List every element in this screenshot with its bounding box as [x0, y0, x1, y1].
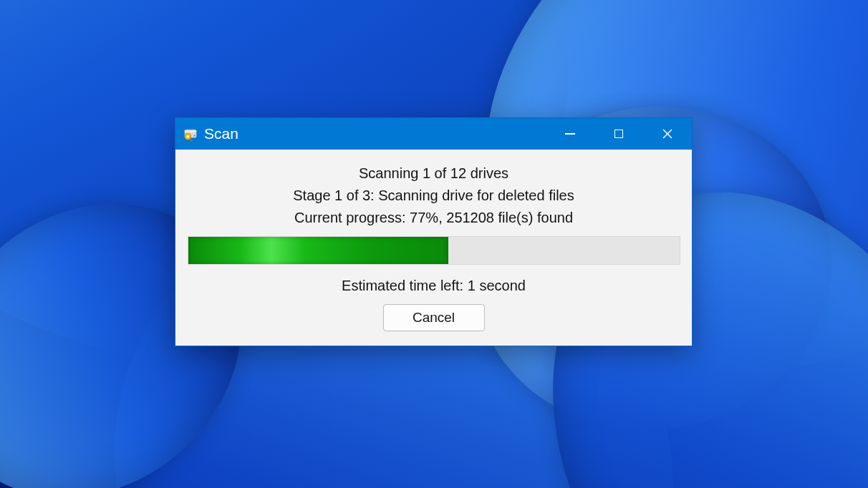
close-icon [662, 129, 672, 139]
progress-status-text: Current progress: 77%, 251208 file(s) fo… [187, 210, 680, 226]
drive-search-icon [183, 126, 198, 142]
scan-dialog: Scan Scanning 1 of 12 drives Stage 1 of … [175, 117, 693, 346]
window-controls [546, 118, 692, 150]
dialog-title: Scan [204, 125, 238, 142]
eta-text: Estimated time left: 1 second [187, 278, 680, 294]
dialog-body: Scanning 1 of 12 drives Stage 1 of 3: Sc… [175, 150, 692, 346]
svg-point-4 [186, 135, 189, 138]
close-button[interactable] [643, 118, 692, 150]
minimize-icon [565, 133, 575, 135]
svg-point-2 [193, 135, 195, 137]
maximize-button[interactable] [594, 118, 643, 150]
cancel-button[interactable]: Cancel [383, 304, 485, 331]
progress-bar-fill [188, 237, 449, 264]
minimize-button[interactable] [546, 118, 594, 150]
svg-rect-1 [185, 130, 197, 133]
titlebar[interactable]: Scan [175, 118, 692, 150]
stage-status-text: Stage 1 of 3: Scanning drive for deleted… [187, 187, 680, 204]
svg-rect-5 [189, 139, 193, 142]
progress-bar [188, 236, 680, 265]
maximize-icon [614, 130, 623, 138]
drives-status-text: Scanning 1 of 12 drives [187, 165, 680, 182]
